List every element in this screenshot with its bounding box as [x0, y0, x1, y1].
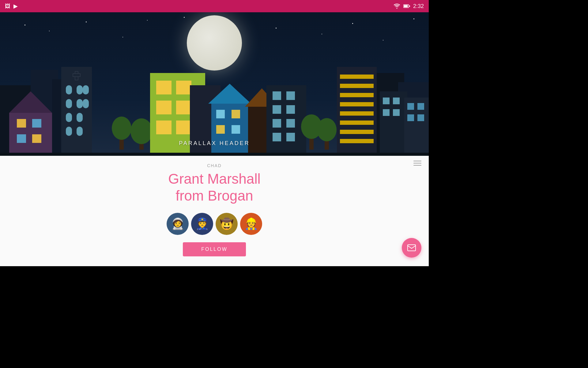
svg-rect-18 [66, 99, 72, 108]
follow-button[interactable]: FOLLOW [183, 242, 246, 256]
svg-rect-21 [77, 85, 83, 94]
svg-rect-12 [17, 119, 26, 128]
svg-point-28 [112, 117, 131, 140]
svg-rect-1 [404, 5, 408, 7]
svg-rect-8 [9, 113, 52, 156]
play-icon[interactable]: ▶ [13, 3, 18, 10]
svg-rect-10 [17, 134, 26, 143]
svg-rect-64 [340, 102, 374, 106]
star [147, 20, 148, 21]
svg-rect-36 [156, 121, 172, 134]
svg-rect-52 [273, 119, 281, 128]
avatar-2[interactable]: 👮 [191, 213, 213, 235]
svg-rect-48 [273, 91, 281, 100]
svg-rect-68 [340, 139, 374, 143]
main-name-line1: Grant Marshall [168, 171, 261, 187]
svg-rect-37 [176, 121, 191, 134]
svg-rect-62 [340, 84, 374, 88]
svg-rect-72 [383, 109, 390, 116]
svg-rect-41 [216, 110, 225, 118]
menu-line-3 [413, 165, 421, 166]
svg-rect-35 [176, 101, 191, 114]
svg-rect-33 [176, 81, 191, 94]
svg-rect-63 [340, 93, 374, 97]
svg-point-30 [130, 118, 153, 144]
svg-rect-20 [66, 127, 72, 136]
svg-rect-42 [216, 125, 225, 134]
star [184, 17, 185, 18]
svg-point-59 [317, 118, 337, 141]
subtitle-label: CHAD [207, 163, 222, 168]
svg-rect-51 [286, 105, 295, 114]
svg-rect-32 [156, 81, 172, 94]
status-icons-right: 2:32 [394, 3, 424, 10]
svg-rect-13 [32, 119, 41, 128]
svg-rect-79 [0, 153, 429, 156]
svg-rect-43 [232, 110, 240, 118]
svg-rect-65 [340, 111, 374, 116]
svg-rect-24 [77, 127, 83, 136]
avatar-4[interactable]: 👷 [240, 213, 262, 235]
status-time: 2:32 [413, 3, 424, 10]
avatar-1[interactable]: 🧑‍🚀 [167, 213, 189, 235]
svg-rect-77 [407, 114, 414, 121]
svg-rect-49 [286, 91, 295, 100]
svg-rect-80 [408, 245, 416, 251]
svg-rect-26 [83, 99, 89, 108]
svg-rect-16 [73, 74, 80, 77]
city-illustration [0, 24, 429, 156]
parallax-header: PARALLAX HEADER [0, 12, 429, 156]
menu-line-2 [413, 163, 421, 163]
svg-rect-22 [77, 99, 83, 108]
content-area: CHAD Grant Marshall from Brogan 🧑‍🚀 👮 🤠 … [0, 156, 429, 266]
svg-rect-2 [409, 6, 410, 7]
svg-rect-25 [83, 85, 89, 94]
menu-line-1 [413, 161, 421, 161]
svg-rect-19 [66, 113, 72, 122]
star [413, 18, 414, 19]
photos-icon[interactable]: 🖼 [5, 3, 10, 10]
svg-rect-70 [383, 98, 390, 104]
svg-rect-44 [232, 125, 240, 134]
svg-rect-76 [417, 103, 424, 110]
svg-rect-23 [77, 113, 83, 122]
svg-rect-66 [340, 121, 374, 125]
svg-rect-78 [417, 114, 424, 121]
status-bar: 🖼 ▶ 2:32 [0, 0, 429, 12]
status-icons-left: 🖼 ▶ [5, 3, 18, 10]
menu-button[interactable] [413, 161, 421, 166]
svg-rect-61 [340, 75, 374, 79]
parallax-label: PARALLAX HEADER [179, 140, 250, 147]
svg-rect-34 [156, 101, 172, 114]
svg-rect-17 [66, 85, 72, 94]
wifi-icon [394, 3, 400, 9]
star [86, 21, 87, 22]
avatar-3[interactable]: 🤠 [216, 213, 238, 235]
svg-rect-71 [393, 98, 400, 104]
svg-rect-11 [32, 134, 41, 143]
main-name-line2: from Brogan [175, 188, 253, 204]
svg-rect-75 [407, 103, 414, 110]
email-icon [407, 244, 416, 251]
svg-rect-54 [273, 133, 281, 141]
avatars-row: 🧑‍🚀 👮 🤠 👷 [167, 213, 262, 235]
fab-email-button[interactable] [402, 238, 421, 258]
svg-rect-73 [393, 109, 400, 116]
main-name: Grant Marshall from Brogan [168, 171, 261, 204]
battery-icon [403, 4, 410, 8]
svg-rect-55 [286, 133, 295, 141]
svg-rect-50 [273, 105, 281, 114]
svg-rect-67 [340, 130, 374, 134]
svg-rect-53 [286, 119, 295, 128]
